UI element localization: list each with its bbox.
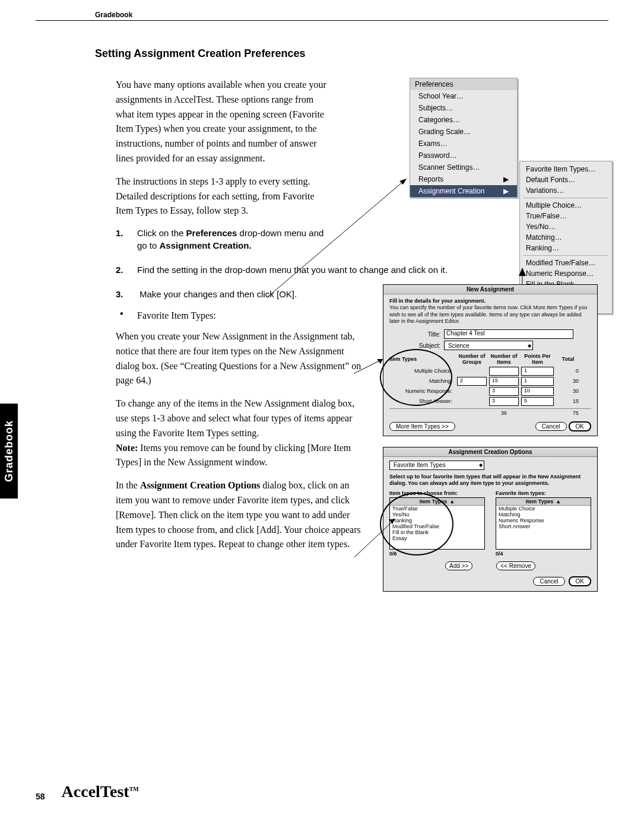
running-head: Gradebook: [36, 11, 608, 21]
dialog-title: New Assignment: [383, 285, 597, 294]
svg-marker-1: [399, 179, 407, 185]
submenu-item[interactable]: Variations…: [520, 185, 612, 196]
cancel-button[interactable]: Cancel: [535, 422, 567, 431]
field-label: Title:: [411, 331, 440, 338]
preferences-menu-figure: Preferences School Year… Subjects… Categ…: [410, 78, 518, 260]
menu-item[interactable]: Subjects…: [410, 102, 517, 114]
items-input[interactable]: 3: [489, 397, 519, 406]
bullet-paragraph: In the Assignment Creation Options dialo…: [116, 478, 365, 552]
subject-select[interactable]: Science ◆: [444, 341, 533, 350]
table-totals: 36 75: [389, 410, 591, 416]
menu-item[interactable]: Password…: [410, 150, 517, 161]
list-header: Item Types▲: [496, 498, 591, 506]
submenu-item[interactable]: Numeric Response…: [520, 268, 612, 279]
dialog-figures: New Assignment Fill in the details for y…: [383, 284, 608, 602]
page-number: 58: [36, 792, 45, 801]
list-item[interactable]: Multiple Choice: [496, 506, 591, 512]
menu-separator: [524, 255, 608, 256]
section-side-tab: Gradebook: [0, 404, 18, 499]
points-input[interactable]: 5: [521, 397, 554, 406]
menu-item[interactable]: School Year…: [410, 90, 517, 102]
items-input[interactable]: 15: [489, 377, 519, 386]
new-assignment-dialog: New Assignment Fill in the details for y…: [383, 284, 598, 436]
add-button[interactable]: Add >>: [445, 561, 472, 570]
submenu-item[interactable]: Default Fonts…: [520, 174, 612, 185]
lower-row: 3. Make your changes and then click [OK]…: [116, 284, 608, 602]
dialog-body: Fill in the details for your assignment.…: [383, 294, 597, 436]
submenu-item[interactable]: Ranking…: [520, 243, 612, 253]
groups-input[interactable]: 2: [457, 377, 487, 386]
list-item[interactable]: Short Answer: [496, 523, 591, 529]
list-item[interactable]: Matching: [496, 512, 591, 518]
items-input[interactable]: 3: [489, 387, 519, 396]
submenu-item[interactable]: Matching…: [520, 232, 612, 243]
dropdown-icon: ◆: [479, 462, 483, 468]
sort-icon: ▲: [449, 499, 455, 504]
bullet-icon: •: [116, 309, 128, 323]
bullet-paragraph: To change any of the items in the New As…: [116, 396, 365, 470]
menu-item[interactable]: Categories…: [410, 114, 517, 126]
items-input[interactable]: [489, 367, 519, 376]
options-type-select[interactable]: Favorite Item Types ◆: [389, 461, 484, 470]
step-number: 2.: [116, 264, 128, 276]
menu-item[interactable]: Grading Scale…: [410, 126, 517, 138]
intro-row: You have many options available when you…: [116, 78, 608, 260]
preferences-menu[interactable]: Preferences School Year… Subjects… Categ…: [410, 78, 518, 198]
dialog-body: Favorite Item Types ◆ Select up to four …: [383, 457, 597, 592]
dialog-description: Select up to four favorite item types th…: [389, 474, 591, 487]
dialog-intro: Fill in the details for your assignment.…: [389, 298, 591, 325]
bullet-item: • Favorite Item Types:: [116, 309, 365, 323]
ok-button[interactable]: OK: [569, 576, 591, 586]
bullet-paragraph: When you create your New Assignment in t…: [116, 329, 365, 388]
menu-item[interactable]: Reports ▶: [410, 173, 517, 185]
step-number: 1.: [116, 227, 128, 252]
title-input[interactable]: Chapter 4 Test: [444, 329, 573, 339]
points-input[interactable]: 1: [521, 367, 554, 376]
step-1: 1. Click on the Preferences drop-down me…: [116, 227, 332, 252]
more-item-types-button[interactable]: More Item Types >>: [389, 422, 455, 431]
step-text: Click on the Preferences drop-down menu …: [137, 227, 332, 252]
callout-circle-icon: [380, 493, 453, 555]
intro-paragraph-1: You have many options available when you…: [116, 78, 332, 166]
bullet-title: Favorite Item Types:: [137, 309, 216, 323]
menu-item[interactable]: Exams…: [410, 138, 517, 150]
points-input[interactable]: 10: [521, 387, 554, 396]
arrow-right-icon: ▶: [503, 187, 509, 195]
callout-circle-icon: [380, 349, 452, 406]
points-input[interactable]: 1: [521, 377, 554, 386]
submenu-item[interactable]: Yes/No…: [520, 221, 612, 232]
ok-button[interactable]: OK: [569, 421, 591, 431]
subject-field: Subject: Science ◆: [411, 341, 591, 350]
submenu-item[interactable]: True/False…: [520, 211, 612, 221]
submenu-item[interactable]: Multiple Choice…: [520, 200, 612, 211]
step-list: 1. Click on the Preferences drop-down me…: [116, 227, 332, 252]
step-text: Make your changes and then click [OK].: [137, 288, 365, 300]
lower-left: 3. Make your changes and then click [OK]…: [116, 284, 365, 602]
menu-separator: [524, 198, 608, 198]
svg-marker-5: [377, 359, 383, 364]
dialog-button-row: More Item Types >> Cancel OK: [389, 422, 591, 431]
section-title: Setting Assignment Creation Preferences: [95, 47, 608, 60]
step-list: 3. Make your changes and then click [OK]…: [116, 288, 365, 300]
trademark-icon: TM: [129, 786, 139, 792]
bullet-block: • Favorite Item Types: When you create y…: [116, 309, 365, 552]
intro-column: You have many options available when you…: [116, 78, 332, 260]
intro-paragraph-2: The instructions in steps 1-3 apply to e…: [116, 174, 332, 218]
step-3: 3. Make your changes and then click [OK]…: [116, 288, 365, 300]
menu-item[interactable]: Scanner Settings…: [410, 161, 517, 173]
submenu-item[interactable]: Favorite Item Types…: [520, 164, 612, 174]
page-footer: 58 AccelTestTM: [36, 782, 139, 801]
sort-icon: ▲: [556, 499, 561, 504]
dialog-button-row: Cancel OK: [389, 576, 591, 586]
remove-button[interactable]: << Remove: [496, 561, 535, 570]
cancel-button[interactable]: Cancel: [533, 577, 564, 586]
arrow-right-icon: ▶: [503, 175, 509, 183]
favorite-list[interactable]: Item Types▲ Multiple Choice Matching Num…: [496, 497, 591, 550]
dialog-title: Assignment Creation Options: [383, 447, 597, 457]
favorite-column: Favorite item types: Item Types▲ Multipl…: [496, 490, 591, 550]
submenu-item[interactable]: Modified True/False…: [520, 258, 612, 268]
title-field: Title: Chapter 4 Test: [411, 329, 591, 339]
menu-title: Preferences: [410, 78, 517, 90]
menu-item-selected[interactable]: Assignment Creation ▶: [410, 185, 517, 197]
list-item[interactable]: Numeric Response: [496, 518, 591, 523]
